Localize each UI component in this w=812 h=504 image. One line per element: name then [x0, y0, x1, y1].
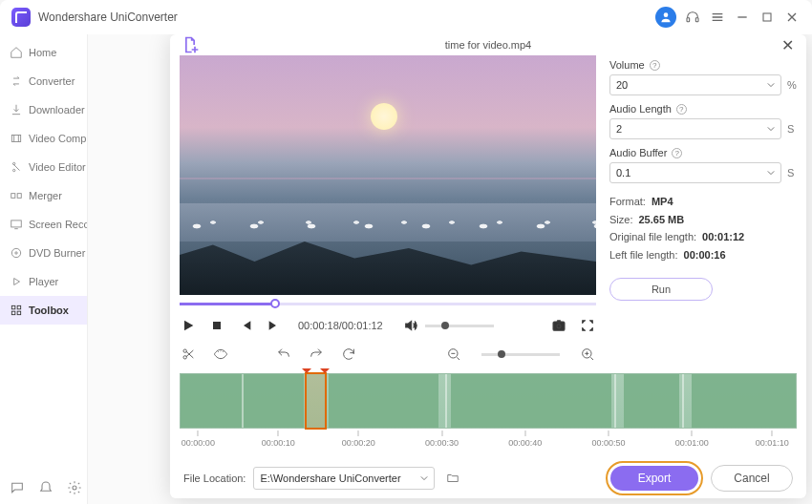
zoom-slider[interactable]: [481, 353, 560, 356]
refresh-button[interactable]: [340, 346, 357, 363]
left-length-value: 00:00:16: [684, 249, 726, 261]
prev-frame-button[interactable]: [237, 317, 254, 334]
sidebar-item-screen-recorder[interactable]: Screen Recorder: [0, 210, 87, 239]
sidebar-item-label: Toolbox: [29, 304, 69, 316]
sidebar-item-home[interactable]: Home: [0, 38, 87, 67]
svg-point-21: [183, 356, 186, 359]
help-icon[interactable]: ?: [672, 148, 682, 158]
svg-rect-14: [17, 311, 21, 315]
window-close-icon[interactable]: [783, 9, 801, 26]
sidebar-item-label: Player: [29, 276, 58, 287]
sidebar-item-video-editor[interactable]: Video Editor: [0, 153, 87, 181]
run-button[interactable]: Run: [609, 278, 713, 301]
open-folder-button[interactable]: [442, 468, 463, 489]
sidebar-item-video-compressor[interactable]: Video Compressor: [0, 124, 87, 153]
next-frame-button[interactable]: [266, 317, 283, 334]
settings-panel: Volume? 20 % Audio Length? 2 S: [609, 55, 797, 368]
cancel-button[interactable]: Cancel: [711, 465, 793, 492]
svg-rect-5: [11, 194, 15, 199]
sidebar-item-label: Home: [29, 47, 56, 58]
editor-dialog: time for video.mp4 ✕: [170, 34, 806, 498]
sidebar-item-player[interactable]: Player: [0, 267, 87, 296]
left-length-label: Left file length:: [609, 249, 678, 261]
time-readout: 00:00:18/00:01:12: [298, 320, 383, 331]
volume-unit: %: [787, 79, 797, 91]
svg-rect-1: [687, 18, 690, 22]
svg-marker-10: [14, 279, 20, 285]
sidebar-item-label: Merger: [29, 190, 62, 201]
sidebar-item-merger[interactable]: Merger: [0, 181, 87, 210]
eye-toggle-button[interactable]: [212, 346, 229, 363]
undo-button[interactable]: [275, 346, 292, 363]
sidebar-item-label: DVD Burner: [29, 247, 85, 259]
window-maximize-icon[interactable]: [759, 9, 776, 26]
cut-tool-button[interactable]: [180, 346, 197, 363]
sidebar-item-downloader[interactable]: Downloader: [0, 95, 87, 124]
user-avatar-icon[interactable]: [655, 7, 676, 28]
audio-buffer-label: Audio Buffer: [609, 147, 667, 158]
audio-length-label: Audio Length: [609, 103, 672, 115]
size-value: 25.65 MB: [638, 214, 684, 225]
app-logo-icon: [11, 8, 31, 27]
progress-slider[interactable]: [180, 297, 596, 310]
redo-button[interactable]: [308, 346, 325, 363]
svg-rect-4: [11, 136, 20, 142]
svg-point-20: [183, 349, 186, 352]
export-highlight: Export: [606, 461, 703, 495]
svg-rect-2: [695, 18, 698, 22]
audio-buffer-select[interactable]: 0.1: [609, 162, 781, 183]
svg-point-19: [557, 325, 561, 328]
sidebar-item-label: Converter: [29, 75, 75, 87]
settings-gear-icon[interactable]: [67, 479, 82, 496]
hamburger-menu-icon[interactable]: [709, 9, 726, 26]
volume-select[interactable]: 20: [609, 74, 781, 95]
timeline-ruler: 00:00:00 00:00:10 00:00:20 00:00:30 00:0…: [180, 430, 797, 452]
svg-point-0: [664, 12, 669, 17]
app-title: Wondershare UniConverter: [38, 10, 648, 24]
size-label: Size:: [609, 214, 632, 225]
svg-rect-17: [213, 322, 221, 329]
sidebar-item-toolbox[interactable]: Toolbox: [0, 296, 87, 325]
add-file-button[interactable]: [180, 34, 201, 55]
dialog-title: time for video.mp4: [445, 39, 531, 51]
feedback-icon[interactable]: [10, 479, 25, 496]
sidebar-item-dvd-burner[interactable]: DVD Burner: [0, 239, 87, 267]
window-minimize-icon[interactable]: [734, 9, 751, 26]
volume-icon[interactable]: [402, 317, 419, 334]
snapshot-button[interactable]: [550, 317, 567, 334]
main-area: tor$ dataetadata CD. time for video.mp4 …: [88, 34, 812, 504]
volume-slider[interactable]: [425, 325, 494, 327]
bell-icon[interactable]: [38, 479, 53, 496]
play-button[interactable]: [180, 317, 197, 334]
zoom-out-button[interactable]: [445, 346, 462, 363]
export-button[interactable]: Export: [610, 466, 698, 491]
sidebar-item-label: Downloader: [29, 104, 85, 116]
sidebar-item-converter[interactable]: Converter: [0, 67, 87, 95]
svg-rect-12: [17, 305, 21, 309]
audio-length-select[interactable]: 2: [609, 118, 781, 139]
stop-button[interactable]: [208, 317, 225, 334]
sidebar-item-label: Video Compressor: [29, 133, 87, 144]
headset-icon[interactable]: [684, 9, 701, 26]
file-location-label: File Location:: [183, 472, 246, 484]
svg-rect-7: [11, 220, 22, 227]
fullscreen-button[interactable]: [579, 317, 596, 334]
dialog-close-button[interactable]: ✕: [778, 35, 797, 54]
orig-length-value: 00:01:12: [702, 231, 744, 242]
timeline[interactable]: [180, 373, 797, 429]
format-label: Format:: [609, 196, 646, 207]
sidebar: Home Converter Downloader Video Compress…: [0, 34, 88, 504]
svg-rect-3: [763, 13, 771, 21]
video-preview[interactable]: [180, 55, 596, 295]
volume-label: Volume: [609, 59, 645, 71]
help-icon[interactable]: ?: [650, 60, 660, 71]
titlebar: Wondershare UniConverter: [0, 0, 812, 34]
svg-marker-16: [184, 321, 193, 331]
svg-rect-11: [11, 305, 15, 309]
svg-point-8: [11, 248, 20, 257]
zoom-in-button[interactable]: [579, 346, 596, 363]
help-icon[interactable]: ?: [676, 104, 687, 115]
file-location-select[interactable]: E:\Wondershare UniConverter: [253, 467, 435, 490]
format-value: MP4: [652, 196, 673, 207]
timeline-selection[interactable]: [305, 372, 327, 430]
